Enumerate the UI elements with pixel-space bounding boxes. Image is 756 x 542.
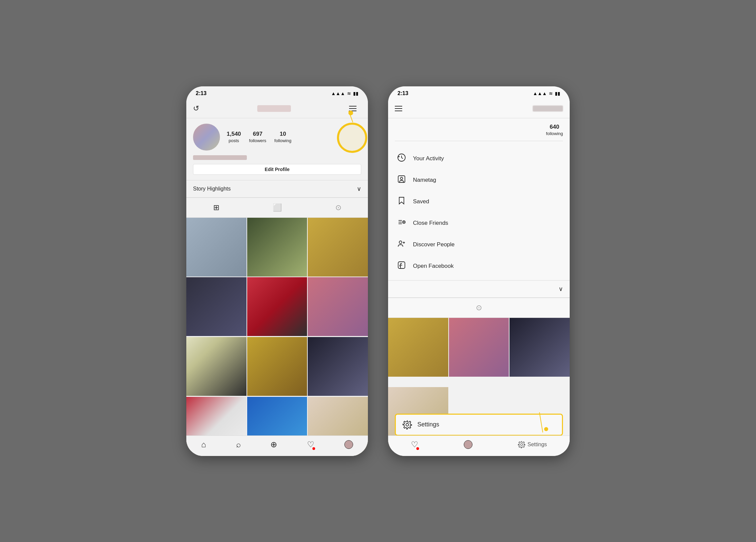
status-time-left: 2:13 bbox=[196, 90, 206, 96]
hamburger-button-right[interactable] bbox=[395, 102, 407, 115]
person-tab-right[interactable]: ⊙ bbox=[475, 302, 483, 314]
story-highlights-right[interactable]: ∨ bbox=[388, 280, 570, 298]
svg-point-15 bbox=[521, 443, 523, 445]
photo-grid-left bbox=[186, 218, 368, 456]
photo-cell-9[interactable] bbox=[308, 337, 368, 396]
followers-label: followers bbox=[249, 138, 266, 143]
photo-cell-6[interactable] bbox=[308, 277, 368, 336]
notification-dot-right bbox=[416, 447, 419, 450]
photo-cell-7[interactable] bbox=[186, 337, 247, 396]
menu-item-saved[interactable]: Saved bbox=[388, 191, 570, 212]
stat-followers: 697 followers bbox=[249, 131, 266, 143]
status-icons-right: ▲▲▲ ≋ ▮▮ bbox=[533, 91, 560, 96]
menu-item-your-activity[interactable]: Your Activity bbox=[388, 148, 570, 169]
settings-bottom-icon bbox=[518, 441, 525, 448]
stat-following-right: 640 following bbox=[546, 124, 563, 136]
status-bar-right: 2:13 ▲▲▲ ≋ ▮▮ bbox=[388, 86, 570, 99]
following-count-right: 640 bbox=[550, 124, 559, 130]
avatar-left bbox=[193, 124, 220, 151]
hamburger-line-1 bbox=[349, 106, 356, 107]
profile-avatar-bottom[interactable] bbox=[344, 440, 353, 449]
following-count: 10 bbox=[280, 131, 286, 137]
followers-count: 697 bbox=[253, 131, 262, 137]
home-icon[interactable]: ⌂ bbox=[201, 440, 206, 449]
profile-section-left: 1,540 posts 697 followers 10 following bbox=[186, 118, 368, 180]
your-activity-label: Your Activity bbox=[413, 155, 444, 162]
hamburger-button-left[interactable] bbox=[349, 102, 361, 115]
profile-avatar-bottom-right[interactable] bbox=[464, 440, 473, 449]
settings-bottom-nav[interactable]: Settings bbox=[518, 441, 547, 448]
stat-posts: 1,540 posts bbox=[227, 131, 241, 143]
story-highlights-label-left: Story Highlights bbox=[193, 186, 231, 192]
heart-icon-right[interactable]: ♡ bbox=[411, 440, 418, 449]
menu-item-close-friends[interactable]: Close Friends bbox=[388, 212, 570, 234]
close-friends-icon bbox=[396, 218, 407, 228]
menu-item-nametag[interactable]: Nametag bbox=[388, 169, 570, 191]
person-tab-icon[interactable]: ⊙ bbox=[334, 202, 343, 213]
search-icon[interactable]: ⌕ bbox=[236, 440, 241, 449]
grid-tab-icon[interactable]: ⊞ bbox=[212, 202, 221, 213]
discover-people-label: Discover People bbox=[413, 241, 455, 248]
svg-point-2 bbox=[401, 177, 403, 179]
settings-gear-icon bbox=[403, 420, 412, 429]
photo-cell-2[interactable] bbox=[247, 218, 307, 277]
photo-cell-3[interactable] bbox=[308, 218, 368, 277]
photo-cell-5[interactable] bbox=[247, 277, 307, 336]
svg-rect-1 bbox=[398, 176, 405, 182]
photo-cell-8[interactable] bbox=[247, 337, 307, 396]
photo-cell-r2[interactable] bbox=[449, 318, 509, 377]
battery-icon-right: ▮▮ bbox=[555, 91, 560, 96]
status-icons-left: ▲▲▲ ≋ ▮▮ bbox=[331, 91, 358, 96]
menu-item-discover-people[interactable]: Discover People bbox=[388, 234, 570, 255]
chevron-down-icon-right: ∨ bbox=[559, 285, 563, 293]
chevron-down-icon-left: ∨ bbox=[357, 185, 361, 193]
nametag-icon bbox=[396, 175, 407, 185]
phones-container: 2:13 ▲▲▲ ≋ ▮▮ ↺ bbox=[186, 86, 570, 456]
hamburger-line-r2 bbox=[395, 108, 402, 109]
signal-icon-right: ▲▲▲ bbox=[533, 91, 547, 96]
wifi-icon: ≋ bbox=[347, 91, 351, 96]
posts-label: posts bbox=[229, 138, 239, 143]
bottom-nav-right: ♡ Settings bbox=[388, 435, 570, 456]
status-time-right: 2:13 bbox=[398, 90, 408, 96]
right-phone: 2:13 ▲▲▲ ≋ ▮▮ bbox=[388, 86, 570, 456]
history-icon[interactable]: ↺ bbox=[193, 104, 199, 113]
close-friends-label: Close Friends bbox=[413, 220, 448, 226]
hamburger-line-2 bbox=[349, 108, 356, 109]
hamburger-line-r1 bbox=[395, 106, 402, 107]
add-icon[interactable]: ⊕ bbox=[270, 440, 277, 449]
edit-profile-button-left[interactable]: Edit Profile bbox=[193, 164, 361, 175]
bottom-nav-left: ⌂ ⌕ ⊕ ♡ bbox=[186, 435, 368, 456]
battery-icon: ▮▮ bbox=[353, 91, 358, 96]
profile-row: 1,540 posts 697 followers 10 following bbox=[193, 124, 361, 151]
following-label-right: following bbox=[546, 131, 563, 136]
status-bar-left: 2:13 ▲▲▲ ≋ ▮▮ bbox=[186, 86, 368, 99]
saved-icon bbox=[396, 196, 407, 207]
dropdown-menu: Your Activity Nametag bbox=[388, 144, 570, 280]
activity-icon bbox=[396, 153, 407, 164]
heart-icon[interactable]: ♡ bbox=[307, 440, 314, 449]
svg-point-9 bbox=[399, 241, 402, 244]
photo-cell-4[interactable] bbox=[186, 277, 247, 336]
nametag-label: Nametag bbox=[413, 177, 436, 183]
settings-highlighted-box[interactable]: Settings bbox=[395, 414, 563, 436]
nav-bar-right bbox=[388, 99, 570, 118]
bookmark-tab-icon[interactable]: ⬜ bbox=[271, 202, 283, 213]
settings-bottom-label: Settings bbox=[527, 442, 547, 448]
photo-cell-r3[interactable] bbox=[509, 318, 570, 377]
left-phone: 2:13 ▲▲▲ ≋ ▮▮ ↺ bbox=[186, 86, 368, 456]
notification-dot bbox=[312, 447, 315, 450]
menu-item-open-facebook[interactable]: Open Facebook bbox=[388, 255, 570, 277]
hamburger-line-r3 bbox=[395, 111, 402, 111]
posts-count: 1,540 bbox=[227, 131, 241, 137]
story-highlights-left[interactable]: Story Highlights ∨ bbox=[186, 180, 368, 198]
svg-point-14 bbox=[406, 423, 409, 426]
settings-label-box: Settings bbox=[417, 421, 439, 428]
photo-cell-1[interactable] bbox=[186, 218, 247, 277]
profile-name-left bbox=[193, 155, 247, 160]
profile-row-right: 640 following bbox=[395, 124, 563, 136]
yellow-dot-settings bbox=[544, 427, 548, 431]
nav-username-right bbox=[533, 106, 563, 112]
wifi-icon-right: ≋ bbox=[549, 91, 553, 96]
photo-cell-r1[interactable] bbox=[388, 318, 448, 377]
